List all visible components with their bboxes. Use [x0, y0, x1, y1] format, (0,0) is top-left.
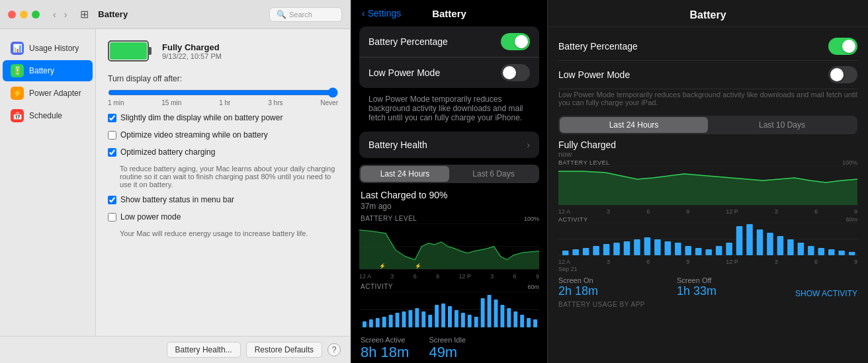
iphone-tab-24h[interactable]: Last 24 Hours [361, 166, 449, 182]
ipad-time-3: 3 [607, 208, 610, 215]
search-box[interactable]: 🔍 Search [269, 7, 342, 22]
sidebar-label-power-adapter: Power Adapter [29, 89, 81, 98]
optimized-desc: To reduce battery aging, your Mac learns… [120, 165, 338, 188]
checkbox-dim-input[interactable] [108, 114, 116, 122]
checkbox-menu[interactable]: Show battery status in menu bar [108, 195, 338, 204]
display-slider[interactable] [108, 87, 338, 98]
ipad-battery-percentage-toggle[interactable] [828, 38, 857, 55]
chevron-right-icon: › [527, 140, 530, 150]
time-9: 9 [436, 273, 439, 280]
ipad-low-power-row: Low Power Mode [558, 61, 857, 89]
slider-mark-4: Never [320, 99, 338, 106]
mac-body: 📊 Usage History 🔋 Battery ⚡ Power Adapte… [0, 29, 350, 336]
svg-rect-15 [382, 317, 386, 327]
back-button[interactable]: ‹ [50, 8, 59, 21]
restore-defaults-button[interactable]: Restore Defaults [246, 342, 322, 358]
iphone-page-title: Battery [432, 8, 466, 19]
chart-label-row: BATTERY LEVEL 100% [359, 214, 539, 223]
checkbox-dim[interactable]: Slightly dim the display while on batter… [108, 113, 338, 122]
iphone-battery-health-row[interactable]: Battery Health › [359, 132, 539, 158]
iphone-low-power-desc: Low Power Mode temporarily reduces backg… [359, 91, 539, 129]
ipad-screen-stats: Screen On 2h 18m Screen Off 1h 33m SHOW … [548, 272, 868, 298]
sidebar-item-power-adapter[interactable]: ⚡ Power Adapter [3, 83, 93, 104]
svg-rect-54 [644, 237, 651, 255]
ipad-battery-percentage-label: Battery Percentage [558, 41, 828, 52]
ipad-header: Battery [548, 0, 868, 27]
iphone-tabs: Last 24 Hours Last 6 Days [359, 165, 539, 183]
minimize-button[interactable] [20, 11, 28, 19]
svg-rect-68 [787, 239, 794, 255]
checkbox-lowpower[interactable]: Low power mode [108, 212, 338, 222]
ipad-time-12p: 12 P [726, 208, 738, 215]
svg-rect-22 [428, 315, 432, 327]
usage-history-icon: 📊 [11, 42, 24, 55]
iphone-tab-6d-label: Last 6 Days [472, 169, 514, 179]
checkbox-video-input[interactable] [108, 131, 116, 140]
iphone-screen-idle-label: Screen Idle [429, 336, 466, 344]
forward-button[interactable]: › [62, 8, 70, 21]
help-button[interactable]: ? [327, 343, 341, 356]
ipad-pct-100: 100% [842, 159, 857, 166]
ipad-time-6: 6 [646, 208, 650, 215]
sidebar-item-battery[interactable]: 🔋 Battery [3, 60, 93, 81]
svg-rect-72 [828, 249, 835, 255]
toggle-knob-off [503, 66, 516, 79]
svg-rect-24 [441, 303, 445, 327]
ipad-tab-10d-label: Last 10 Days [759, 120, 805, 130]
svg-rect-66 [767, 233, 773, 255]
time-3: 3 [390, 273, 394, 280]
battery-percentage-toggle[interactable] [501, 33, 530, 50]
ipad-tab-10d[interactable]: Last 10 Days [708, 117, 856, 133]
sidebar-label-battery: Battery [29, 66, 54, 75]
svg-rect-58 [685, 246, 692, 255]
svg-rect-38 [533, 319, 537, 327]
iphone-activity-label: ACTIVITY [359, 282, 394, 292]
ipad-screen-on-label: Screen On [558, 276, 598, 284]
svg-rect-16 [389, 315, 393, 327]
checkbox-lowpower-input[interactable] [108, 213, 116, 222]
svg-rect-32 [494, 300, 498, 327]
ipad-tab-24h[interactable]: Last 24 Hours [560, 117, 708, 133]
iphone-low-power-label: Low Power Mode [369, 67, 501, 78]
svg-rect-74 [849, 252, 855, 255]
iphone-header: ‹ Settings Battery [351, 0, 547, 24]
ipad-time-6-2: 6 [814, 208, 818, 215]
ipad-title: Battery [689, 9, 726, 20]
time-6-2: 6 [513, 273, 517, 280]
iphone-battery-health-label: Battery Health [369, 140, 527, 150]
svg-rect-61 [716, 246, 722, 255]
ipad-battery-percentage-row: Battery Percentage [558, 32, 857, 61]
chevron-left-icon: ‹ [362, 8, 365, 19]
checkbox-menu-input[interactable] [108, 196, 116, 204]
slider-mark-1: 15 min [161, 99, 181, 106]
ipad-low-power-toggle[interactable] [828, 66, 857, 83]
ipad-show-activity-button[interactable]: SHOW ACTIVITY [795, 289, 857, 298]
iphone-battery-options: Battery Percentage Low Power Mode [359, 26, 539, 88]
svg-rect-56 [665, 241, 672, 255]
ipad-activity-label: ACTIVITY [558, 216, 588, 223]
iphone-charged-label: Last Charged to 90% [351, 186, 547, 202]
ipad-time-3-2: 3 [775, 208, 778, 215]
iphone-back-button[interactable]: ‹ Settings [362, 8, 401, 19]
checkbox-optimized-input[interactable] [108, 148, 116, 157]
sidebar-item-usage-history[interactable]: 📊 Usage History [3, 38, 93, 59]
ipad-activity-chart [558, 223, 857, 256]
checkbox-optimized[interactable]: Optimized battery charging [108, 147, 338, 157]
svg-rect-34 [507, 308, 511, 327]
ipad-battery-panel: Battery Battery Percentage Low Power Mod… [548, 0, 868, 363]
ipad-battery-usage-by-app-label: BATTERY USAGE BY APP [548, 298, 868, 308]
maximize-button[interactable] [32, 11, 40, 19]
svg-rect-49 [593, 246, 599, 255]
iphone-battery-chart-section: BATTERY LEVEL 100% ⚡ ⚡ 12 A 3 6 9 12 P 3… [351, 214, 547, 280]
close-button[interactable] [8, 11, 16, 19]
mac-battery-panel: ‹ › ⊞ Battery 🔍 Search 📊 Usage History 🔋… [0, 0, 351, 363]
iphone-screen-active-label: Screen Active [361, 336, 409, 344]
svg-rect-13 [369, 319, 373, 327]
checkbox-video[interactable]: Optimize video streaming while on batter… [108, 130, 338, 140]
iphone-low-power-row: Low Power Mode [359, 58, 539, 88]
battery-health-button[interactable]: Battery Health... [167, 342, 241, 358]
iphone-tab-6d[interactable]: Last 6 Days [449, 166, 538, 182]
low-power-toggle[interactable] [501, 64, 530, 81]
sidebar-item-schedule[interactable]: 📅 Schedule [3, 105, 93, 126]
svg-rect-70 [808, 246, 814, 255]
